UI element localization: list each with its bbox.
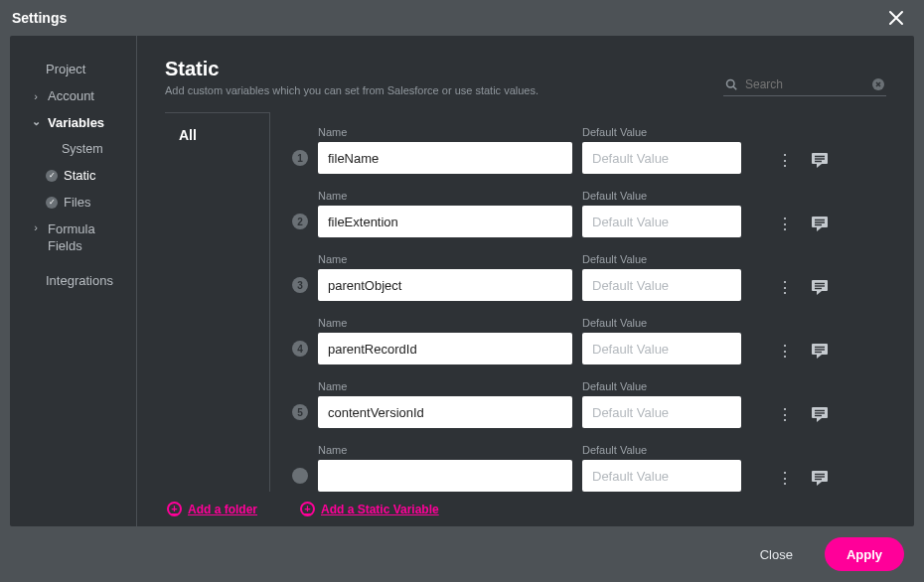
more-icon[interactable]: ⋮ — [777, 215, 792, 233]
folder-column: All — [165, 112, 270, 492]
default-input[interactable] — [582, 460, 741, 492]
clear-icon[interactable] — [872, 78, 884, 90]
radio-on-icon — [46, 170, 58, 182]
svg-line-1 — [733, 86, 736, 89]
add-bar: + Add a folder + Add a Static Variable — [165, 492, 886, 526]
add-variable-label: Add a Static Variable — [321, 503, 439, 516]
sidebar-label-static: Static — [64, 168, 96, 183]
window-title: Settings — [12, 10, 67, 26]
row-actions: ⋮ — [777, 150, 830, 170]
default-label: Default Value — [582, 317, 741, 329]
row-actions: ⋮ — [777, 214, 830, 233]
add-variable-button[interactable]: + Add a Static Variable — [300, 502, 439, 516]
variable-row: 2NameDefault Value⋮ — [292, 190, 876, 237]
sidebar-item-formula-fields[interactable]: › Formula Fields — [10, 216, 136, 261]
row-actions: ⋮ — [777, 404, 830, 424]
name-input[interactable] — [318, 460, 572, 492]
header-text: Static Add custom variables which you ca… — [165, 58, 539, 96]
default-label: Default Value — [582, 444, 741, 456]
row-actions: ⋮ — [777, 468, 830, 488]
sidebar-label-integrations: Integrations — [46, 273, 113, 288]
comment-icon[interactable] — [810, 468, 830, 488]
add-folder-label: Add a folder — [188, 503, 257, 516]
comment-icon[interactable] — [810, 150, 830, 170]
sidebar-item-project[interactable]: Project — [10, 56, 136, 82]
dialog-body: Project › Account ⌄ Variables System Sta… — [10, 36, 914, 526]
folder-all[interactable]: All — [165, 113, 269, 157]
footer: Close Apply — [0, 526, 924, 582]
plus-icon: + — [300, 502, 315, 516]
row-number: 5 — [292, 404, 308, 420]
more-icon[interactable]: ⋮ — [777, 342, 792, 361]
default-field: Default Value — [582, 380, 741, 428]
sidebar-label-project: Project — [46, 62, 85, 76]
name-input[interactable] — [318, 333, 572, 364]
name-field: Name — [318, 126, 572, 174]
page-title: Static — [165, 58, 539, 80]
default-input[interactable] — [582, 396, 741, 428]
sidebar-label-account: Account — [48, 88, 94, 103]
default-input[interactable] — [582, 333, 741, 364]
plus-icon: + — [167, 502, 182, 516]
default-label: Default Value — [582, 126, 741, 138]
close-icon[interactable] — [888, 10, 912, 26]
comment-icon[interactable] — [810, 404, 830, 424]
add-folder-button[interactable]: + Add a folder — [167, 502, 257, 516]
variable-row: 3NameDefault Value⋮ — [292, 253, 876, 301]
main-panel: Static Add custom variables which you ca… — [137, 36, 914, 526]
search-icon — [725, 78, 737, 90]
name-field: Name — [318, 253, 572, 301]
main-header: Static Add custom variables which you ca… — [165, 58, 886, 96]
name-input[interactable] — [318, 396, 572, 428]
name-label: Name — [318, 253, 572, 265]
sidebar-item-account[interactable]: › Account — [10, 82, 136, 109]
comment-icon[interactable] — [810, 214, 830, 233]
sidebar: Project › Account ⌄ Variables System Sta… — [10, 36, 137, 526]
default-label: Default Value — [582, 190, 741, 202]
default-input[interactable] — [582, 206, 741, 237]
name-input[interactable] — [318, 142, 572, 174]
comment-icon[interactable] — [810, 277, 830, 297]
default-field: Default Value — [582, 190, 741, 237]
default-field: Default Value — [582, 253, 741, 301]
name-label: Name — [318, 317, 572, 329]
close-button[interactable]: Close — [738, 537, 815, 571]
variable-row: NameDefault Value⋮ — [292, 444, 876, 492]
default-input[interactable] — [582, 269, 741, 301]
chevron-right-icon: › — [30, 221, 42, 233]
row-number: 2 — [292, 214, 308, 229]
name-input[interactable] — [318, 269, 572, 301]
sidebar-item-static[interactable]: Static — [10, 162, 136, 189]
chevron-right-icon: › — [30, 90, 42, 102]
variable-row: 4NameDefault Value⋮ — [292, 317, 876, 364]
row-number: 4 — [292, 341, 308, 357]
default-field: Default Value — [582, 126, 741, 174]
name-input[interactable] — [318, 206, 572, 237]
apply-button[interactable]: Apply — [825, 537, 904, 571]
sidebar-item-variables[interactable]: ⌄ Variables — [10, 109, 136, 136]
default-label: Default Value — [582, 380, 741, 392]
more-icon[interactable]: ⋮ — [777, 278, 792, 297]
sidebar-item-integrations[interactable]: Integrations — [10, 267, 136, 294]
default-input[interactable] — [582, 142, 741, 174]
sidebar-label-system: System — [62, 142, 103, 156]
more-icon[interactable]: ⋮ — [777, 469, 792, 488]
sidebar-item-files[interactable]: Files — [10, 189, 136, 216]
comment-icon[interactable] — [810, 341, 830, 361]
search-input[interactable] — [745, 77, 864, 91]
variable-row: 1NameDefault Value⋮ — [292, 126, 876, 174]
default-label: Default Value — [582, 253, 741, 265]
name-label: Name — [318, 126, 572, 138]
sidebar-item-system[interactable]: System — [10, 136, 136, 162]
name-label: Name — [318, 380, 572, 392]
more-icon[interactable]: ⋮ — [777, 405, 792, 424]
name-field: Name — [318, 190, 572, 237]
chevron-down-icon: ⌄ — [30, 115, 42, 128]
default-field: Default Value — [582, 444, 741, 492]
name-label: Name — [318, 444, 572, 456]
search-field[interactable] — [723, 75, 886, 96]
more-icon[interactable]: ⋮ — [777, 151, 792, 170]
row-actions: ⋮ — [777, 277, 830, 297]
row-number: 3 — [292, 277, 308, 293]
sidebar-label-formula-fields: Formula Fields — [48, 221, 117, 255]
